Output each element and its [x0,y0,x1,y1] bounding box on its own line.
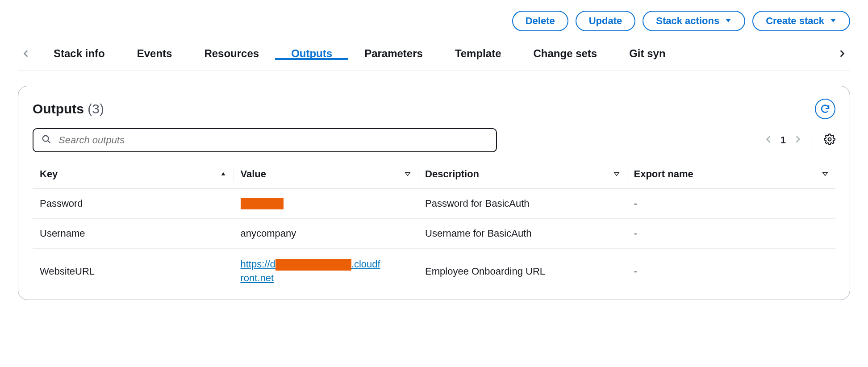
search-outputs[interactable] [33,128,497,152]
page-next[interactable] [794,135,802,145]
table-row: UsernameanycompanyUsername for BasicAuth… [33,219,835,249]
column-header-value[interactable]: Value [234,160,418,188]
stack-actions-button[interactable]: Stack actions [643,11,745,31]
panel-count: (3) [88,101,104,116]
create-stack-button[interactable]: Create stack [752,11,850,31]
cell-description: Password for BasicAuth [418,188,626,219]
tabs-scroll-left[interactable] [18,37,34,71]
tab-git-sync[interactable]: Git syn [613,47,681,60]
panel-title: Outputs (3) [33,101,104,117]
svg-line-3 [48,141,50,143]
create-stack-button-label: Create stack [766,15,824,27]
table-settings-button[interactable] [824,133,835,147]
tab-stack-info[interactable]: Stack info [38,47,121,60]
divider [813,133,813,148]
svg-marker-1 [830,19,836,22]
pagination: 1 [764,134,802,146]
tab-template[interactable]: Template [439,47,517,60]
svg-marker-0 [726,19,731,22]
tabs-scroll-right[interactable] [834,37,850,71]
caret-down-icon [725,15,732,27]
cell-value: anycompany [234,219,418,249]
cell-key: WebsiteURL [33,249,234,300]
cell-export-name: - [627,249,836,300]
stack-action-buttons: Delete Update Stack actions Create stack [18,0,850,37]
tab-outputs[interactable]: Outputs [275,47,348,60]
sort-asc-icon [220,168,226,180]
column-header-value-label: Value [241,168,266,180]
update-button-label: Update [589,15,622,27]
cell-key: Password [33,188,234,219]
tab-events[interactable]: Events [121,47,188,60]
cell-value: https://d.cloudfront.net [234,249,418,300]
filter-icon [613,168,620,180]
delete-button[interactable]: Delete [512,11,568,31]
cell-key: Username [33,219,234,249]
refresh-button[interactable] [815,99,835,119]
svg-marker-8 [823,173,828,176]
delete-button-label: Delete [526,15,555,27]
redacted-value [275,259,351,271]
page-prev[interactable] [764,135,772,145]
column-header-export-name[interactable]: Export name [627,160,836,188]
svg-point-4 [828,138,831,141]
stack-actions-button-label: Stack actions [656,15,719,27]
tab-change-sets[interactable]: Change sets [517,47,613,60]
stack-tabs: Stack infoEventsResourcesOutputsParamete… [18,37,850,71]
search-input[interactable] [58,134,488,146]
cell-value [234,188,418,219]
column-header-description-label: Description [425,168,479,180]
svg-marker-6 [405,173,410,176]
svg-point-2 [43,136,49,142]
table-row: PasswordPassword for BasicAuth- [33,188,835,219]
redacted-value [241,198,284,209]
search-icon [42,134,51,146]
filter-icon [405,168,411,180]
outputs-table: Key Value [33,160,835,300]
column-header-key-label: Key [40,168,58,180]
tab-parameters[interactable]: Parameters [348,47,439,60]
tab-resources[interactable]: Resources [188,47,275,60]
update-button[interactable]: Update [576,11,636,31]
cell-description: Employee Onboarding URL [418,249,626,300]
table-row: WebsiteURLhttps://d.cloudfront.netEmploy… [33,249,835,300]
svg-marker-7 [614,173,619,176]
filter-icon [822,168,828,180]
output-link[interactable]: https://d.cloudfront.net [241,259,380,284]
cell-export-name: - [627,188,836,219]
outputs-panel: Outputs (3) 1 [18,86,850,300]
cell-description: Username for BasicAuth [418,219,626,249]
cell-export-name: - [627,219,836,249]
column-header-export-name-label: Export name [634,168,693,180]
column-header-description[interactable]: Description [418,160,626,188]
column-header-key[interactable]: Key [33,160,234,188]
caret-down-icon [830,15,837,27]
page-number: 1 [780,134,786,146]
panel-title-text: Outputs [33,101,84,116]
svg-marker-5 [221,172,225,175]
